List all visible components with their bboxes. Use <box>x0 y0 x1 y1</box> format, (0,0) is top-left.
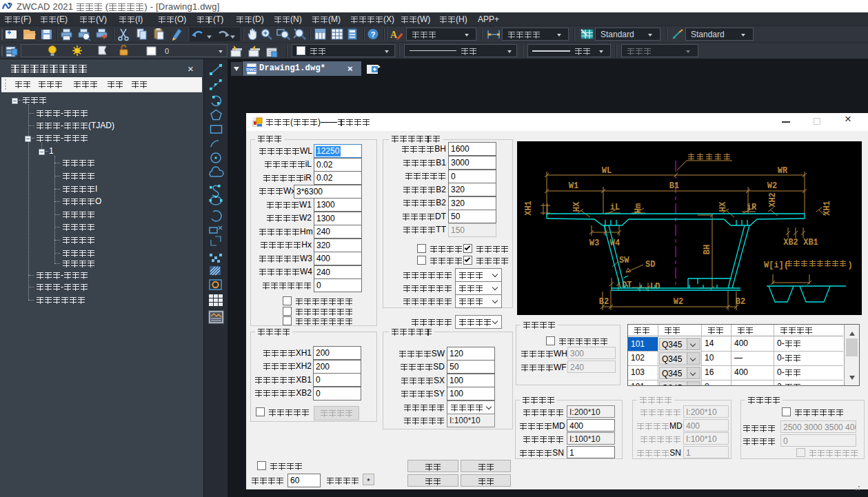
svg-text:A: A <box>390 30 398 40</box>
svg-text:DWG: DWG <box>246 68 256 72</box>
svg-text:WR: WR <box>778 166 788 176</box>
svg-text:B1: B1 <box>669 181 679 191</box>
svg-text:SD: SD <box>645 260 655 270</box>
svg-text:W3: W3 <box>589 239 599 248</box>
svg-text:iL: iL <box>610 203 620 212</box>
svg-text:?: ? <box>371 30 376 39</box>
svg-text:WL: WL <box>602 166 612 176</box>
svg-text:iR: iR <box>747 203 757 212</box>
svg-text:HX: HX <box>572 201 582 212</box>
svg-text:XH2: XH2 <box>768 192 778 207</box>
svg-text:W[i](: W[i]( <box>764 261 789 270</box>
svg-text:W2: W2 <box>767 181 777 191</box>
svg-text:SW: SW <box>619 256 629 265</box>
svg-text:BH: BH <box>703 245 712 254</box>
svg-text:HX: HX <box>718 201 728 212</box>
svg-text:XH1: XH1 <box>822 201 832 216</box>
svg-text:W4: W4 <box>610 239 620 248</box>
svg-text:B2: B2 <box>599 297 609 307</box>
svg-text:W2: W2 <box>674 297 683 307</box>
svg-text:XH1: XH1 <box>524 201 534 216</box>
svg-text:Hm: Hm <box>634 203 643 213</box>
svg-text:B2: B2 <box>736 297 745 307</box>
svg-text:): ) <box>847 261 852 270</box>
svg-text:W1: W1 <box>569 181 578 191</box>
svg-text:XB2: XB2 <box>783 238 798 247</box>
svg-text:XB1: XB1 <box>803 238 818 247</box>
